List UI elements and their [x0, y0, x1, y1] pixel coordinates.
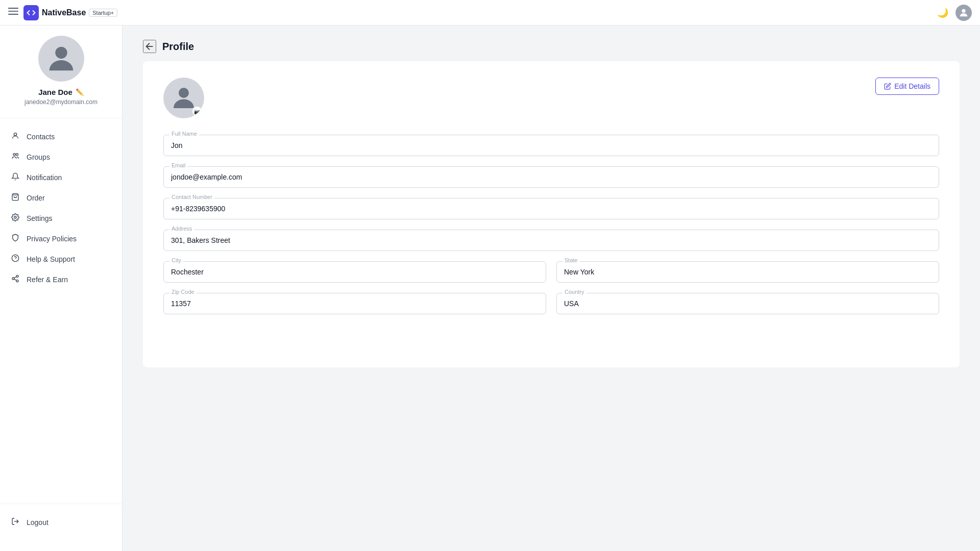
groups-label: Groups [27, 153, 50, 161]
person-icon [10, 132, 20, 142]
logo-badge: Startup+ [89, 9, 117, 17]
sidebar-user-name: Jane Doe ✏️ [38, 88, 84, 96]
contacts-label: Contacts [27, 133, 55, 141]
svg-point-4 [55, 47, 67, 59]
email-field: Email [163, 166, 939, 188]
country-input[interactable] [556, 293, 939, 314]
edit-details-label: Edit Details [894, 82, 930, 90]
profile-avatar: 📷 [163, 78, 204, 118]
share-icon [10, 274, 20, 285]
logo-name: NativeBase [42, 8, 86, 17]
sidebar-footer: Logout [0, 504, 122, 541]
svg-point-6 [13, 154, 15, 156]
sidebar-item-privacy[interactable]: Privacy Policies [0, 229, 122, 249]
svg-point-7 [16, 154, 18, 156]
topnav: NativeBase Startup+ 🌙 [0, 0, 980, 26]
sidebar-item-help[interactable]: Help & Support [0, 249, 122, 269]
svg-point-12 [16, 275, 18, 277]
logout-button[interactable]: Logout [0, 512, 122, 533]
edit-name-icon[interactable]: ✏️ [76, 88, 84, 96]
topnav-user-avatar[interactable] [955, 5, 972, 21]
sidebar-item-contacts[interactable]: Contacts [0, 127, 122, 147]
zip-country-row: Zip Code Country [163, 293, 939, 314]
bell-icon [10, 172, 20, 183]
logo: NativeBase Startup+ [23, 5, 117, 20]
sidebar: Jane Doe ✏️ janedoe2@mydomain.com Contac… [0, 26, 122, 551]
help-label: Help & Support [27, 255, 75, 263]
svg-point-13 [12, 278, 14, 280]
refer-label: Refer & Earn [27, 276, 68, 284]
state-input[interactable] [556, 261, 939, 283]
help-icon [10, 254, 20, 264]
full-name-input[interactable] [163, 135, 939, 156]
country-field: Country [556, 293, 939, 314]
back-button[interactable] [143, 40, 156, 53]
topnav-right: 🌙 [937, 5, 972, 21]
sidebar-item-order[interactable]: Order [0, 188, 122, 208]
sidebar-user-email: janedoe2@mydomain.com [24, 98, 97, 106]
contact-input[interactable] [163, 198, 939, 219]
contact-field: Contact Number [163, 198, 939, 219]
city-input[interactable] [163, 261, 546, 283]
address-field: Address [163, 230, 939, 251]
main-content: Profile 📷 Edit Details Full Name [122, 26, 980, 551]
svg-point-3 [962, 9, 965, 12]
moon-icon[interactable]: 🌙 [937, 7, 948, 18]
sidebar-avatar [38, 36, 84, 82]
logout-label: Logout [27, 518, 48, 527]
page-title: Profile [162, 41, 194, 53]
svg-point-14 [16, 280, 18, 282]
city-state-row: City State [163, 261, 939, 283]
privacy-label: Privacy Policies [27, 235, 77, 243]
profile-form: Full Name Email Contact Number Address [163, 135, 939, 314]
shield-icon [10, 234, 20, 244]
zip-field: Zip Code [163, 293, 546, 314]
sidebar-item-settings[interactable]: Settings [0, 208, 122, 229]
camera-icon[interactable]: 📷 [192, 106, 202, 116]
svg-point-9 [14, 216, 16, 218]
people-icon [10, 152, 20, 162]
sidebar-item-groups[interactable]: Groups [0, 147, 122, 167]
svg-rect-2 [8, 14, 18, 15]
full-name-field: Full Name [163, 135, 939, 156]
state-field: State [556, 261, 939, 283]
svg-rect-1 [8, 11, 18, 12]
city-field: City [163, 261, 546, 283]
svg-line-16 [14, 277, 17, 278]
sidebar-item-refer[interactable]: Refer & Earn [0, 269, 122, 290]
sidebar-item-notification[interactable]: Notification [0, 167, 122, 188]
settings-label: Settings [27, 214, 53, 222]
svg-rect-0 [8, 8, 18, 9]
logo-icon [23, 5, 39, 20]
page-header: Profile [122, 26, 980, 61]
bag-icon [10, 193, 20, 203]
email-input[interactable] [163, 166, 939, 188]
sidebar-profile: Jane Doe ✏️ janedoe2@mydomain.com [0, 36, 122, 118]
layout: Jane Doe ✏️ janedoe2@mydomain.com Contac… [0, 26, 980, 551]
svg-point-19 [179, 88, 189, 98]
logout-icon [10, 517, 20, 528]
edit-details-button[interactable]: Edit Details [875, 78, 939, 95]
topnav-left: NativeBase Startup+ [8, 5, 937, 20]
notification-label: Notification [27, 173, 62, 182]
svg-line-15 [14, 279, 17, 281]
gear-icon [10, 213, 20, 223]
zip-input[interactable] [163, 293, 546, 314]
address-input[interactable] [163, 230, 939, 251]
order-label: Order [27, 194, 45, 202]
hamburger-icon[interactable] [8, 6, 18, 19]
svg-point-5 [14, 133, 16, 136]
card-top: 📷 Edit Details [163, 78, 939, 118]
sidebar-nav: Contacts Groups Notification Order [0, 118, 122, 504]
profile-card: 📷 Edit Details Full Name Email [143, 61, 960, 367]
